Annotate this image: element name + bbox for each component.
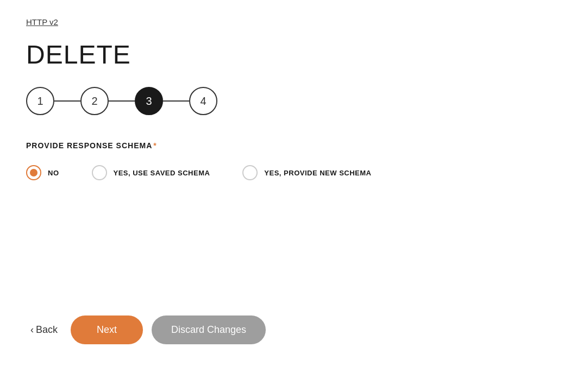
radio-button-no[interactable]: [26, 165, 41, 180]
next-button[interactable]: Next: [71, 315, 143, 344]
back-button[interactable]: ‹ Back: [26, 324, 62, 336]
page-container: HTTP v2 DELETE 1 2 3 4 PROVIDE RESPONSE …: [0, 0, 588, 366]
radio-group: NO YES, USE SAVED SCHEMA YES, PROVIDE NE…: [26, 165, 562, 180]
radio-option-yes-saved[interactable]: YES, USE SAVED SCHEMA: [92, 165, 210, 180]
page-title: DELETE: [26, 40, 562, 70]
radio-label-yes-saved: YES, USE SAVED SCHEMA: [114, 169, 210, 177]
stepper: 1 2 3 4: [26, 87, 562, 115]
radio-button-yes-saved[interactable]: [92, 165, 107, 180]
step-4[interactable]: 4: [189, 87, 217, 115]
chevron-left-icon: ‹: [30, 324, 34, 336]
bottom-bar: ‹ Back Next Discard Changes: [26, 315, 266, 344]
radio-option-yes-new[interactable]: YES, PROVIDE NEW SCHEMA: [242, 165, 371, 180]
step-2[interactable]: 2: [80, 87, 109, 115]
discard-button[interactable]: Discard Changes: [152, 315, 266, 344]
section-label: PROVIDE RESPONSE SCHEMA*: [26, 141, 562, 150]
step-1[interactable]: 1: [26, 87, 54, 115]
radio-inner-no: [30, 169, 37, 176]
step-connector-3-4: [163, 100, 189, 102]
radio-option-no[interactable]: NO: [26, 165, 59, 180]
radio-button-yes-new[interactable]: [242, 165, 258, 180]
radio-label-no: NO: [48, 169, 59, 177]
step-connector-2-3: [109, 100, 135, 102]
radio-label-yes-new: YES, PROVIDE NEW SCHEMA: [264, 169, 371, 177]
breadcrumb-link[interactable]: HTTP v2: [26, 17, 58, 27]
step-connector-1-2: [54, 100, 80, 102]
step-3[interactable]: 3: [135, 87, 163, 115]
required-asterisk: *: [153, 141, 157, 150]
